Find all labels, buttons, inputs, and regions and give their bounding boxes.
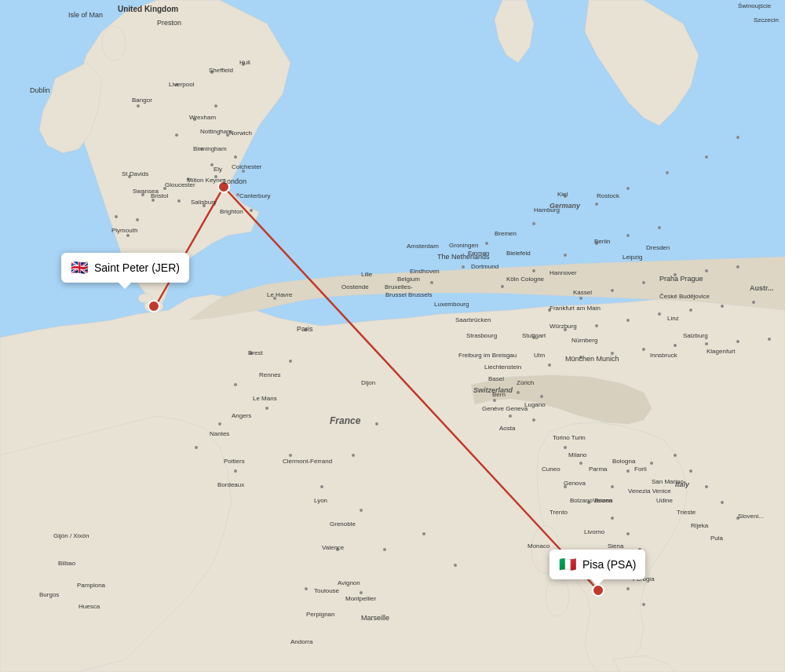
svg-point-30 — [126, 234, 130, 237]
svg-text:Wrexham: Wrexham — [189, 114, 216, 121]
svg-point-65 — [532, 269, 535, 272]
svg-text:Oostende: Oostende — [341, 283, 369, 290]
svg-text:Torino Turin: Torino Turin — [553, 434, 586, 441]
svg-text:Kiel: Kiel — [557, 191, 568, 198]
svg-text:San Marino: San Marino — [652, 478, 684, 485]
svg-text:Frankfurt am Main: Frankfurt am Main — [550, 305, 601, 312]
svg-point-69 — [658, 226, 661, 229]
svg-text:Hamburg: Hamburg — [534, 206, 560, 214]
svg-point-43 — [289, 454, 292, 457]
svg-text:Gijón / Xixón: Gijón / Xixón — [53, 532, 89, 539]
svg-text:United Kingdom: United Kingdom — [118, 5, 178, 13]
svg-point-58 — [626, 187, 630, 190]
svg-text:Kassel: Kassel — [573, 289, 592, 296]
svg-point-13 — [214, 104, 217, 108]
svg-point-240 — [148, 301, 159, 312]
svg-point-64 — [501, 285, 504, 288]
svg-text:Pula: Pula — [710, 535, 724, 542]
svg-text:Colchester: Colchester — [232, 163, 262, 170]
svg-text:Bilbao: Bilbao — [58, 560, 76, 567]
svg-text:Salzburg: Salzburg — [683, 332, 708, 339]
svg-point-105 — [611, 517, 614, 520]
svg-text:Hull: Hull — [239, 59, 250, 66]
svg-text:Nottingham: Nottingham — [200, 128, 232, 135]
svg-text:Sheffield: Sheffield — [209, 67, 233, 74]
svg-text:Siena: Siena — [608, 542, 624, 550]
svg-text:Rennes: Rennes — [259, 371, 281, 378]
svg-text:Groningen: Groningen — [449, 242, 478, 249]
svg-text:Emmen: Emmen — [468, 250, 490, 257]
svg-point-99 — [650, 462, 653, 465]
svg-point-25 — [177, 199, 181, 203]
svg-text:Köln Cologne: Köln Cologne — [506, 276, 545, 283]
svg-text:Angers: Angers — [232, 412, 251, 419]
svg-text:Trieste: Trieste — [677, 509, 696, 516]
svg-text:Preston: Preston — [157, 19, 181, 27]
svg-text:Birmingham: Birmingham — [193, 145, 227, 152]
svg-text:Klagenfurt: Klagenfurt — [706, 348, 736, 355]
svg-point-72 — [611, 289, 614, 292]
svg-text:Avignon: Avignon — [338, 579, 360, 586]
svg-text:Milano: Milano — [568, 451, 587, 458]
svg-point-47 — [360, 509, 363, 512]
svg-point-75 — [705, 269, 708, 272]
svg-text:Poitiers: Poitiers — [224, 458, 245, 465]
svg-point-63 — [430, 281, 433, 284]
svg-point-71 — [579, 297, 582, 300]
svg-point-39 — [265, 407, 268, 410]
svg-point-110 — [642, 603, 645, 606]
svg-point-50 — [422, 532, 425, 535]
svg-text:Trento: Trento — [550, 509, 568, 516]
svg-text:Paris: Paris — [297, 325, 313, 333]
svg-point-85 — [548, 363, 551, 367]
svg-text:Praha Prague: Praha Prague — [659, 275, 703, 283]
svg-point-44 — [320, 485, 323, 488]
svg-text:St Davids: St Davids — [122, 170, 148, 177]
svg-point-114 — [509, 415, 512, 418]
svg-text:Austr...: Austr... — [750, 284, 774, 292]
svg-point-52 — [360, 591, 363, 594]
svg-point-93 — [564, 446, 567, 449]
svg-point-59 — [666, 171, 669, 174]
svg-text:Cuneo: Cuneo — [542, 466, 560, 473]
svg-point-40 — [218, 422, 221, 425]
svg-text:Isle of Man: Isle of Man — [68, 11, 103, 19]
svg-text:Linz: Linz — [667, 315, 679, 322]
svg-point-83 — [721, 305, 724, 308]
svg-text:Luxembourg: Luxembourg — [434, 301, 469, 308]
popup-jer[interactable]: 🇬🇧 Saint Peter (JER) — [61, 253, 189, 283]
svg-text:Burgos: Burgos — [39, 591, 59, 598]
popup-psa[interactable]: 🇮🇹 Pisa (PSA) — [550, 550, 645, 579]
svg-point-82 — [689, 309, 692, 312]
svg-point-112 — [517, 391, 520, 394]
svg-text:Norwich: Norwich — [229, 130, 252, 137]
svg-text:Belgium: Belgium — [397, 276, 420, 283]
svg-text:Bolzano Bozen: Bolzano Bozen — [570, 497, 612, 504]
svg-point-33 — [250, 209, 253, 212]
svg-text:Liverpool: Liverpool — [169, 81, 195, 88]
svg-point-89 — [674, 344, 677, 347]
svg-text:Sloveni...: Sloveni... — [738, 513, 764, 520]
svg-point-101 — [689, 469, 692, 473]
svg-point-106 — [626, 532, 630, 535]
svg-point-239 — [593, 585, 604, 596]
svg-text:Montpellier: Montpellier — [345, 595, 376, 602]
svg-text:Venezia Venice: Venezia Venice — [628, 488, 671, 495]
svg-text:Ulm: Ulm — [534, 352, 546, 359]
svg-text:Canterbury: Canterbury — [239, 192, 271, 199]
svg-point-100 — [674, 454, 677, 457]
svg-text:Bologna: Bologna — [612, 458, 636, 465]
svg-text:Rijeka: Rijeka — [691, 522, 709, 529]
svg-text:Würzburg: Würzburg — [550, 323, 577, 330]
svg-point-42 — [234, 469, 237, 473]
svg-text:London: London — [223, 177, 246, 185]
svg-text:Pamplona: Pamplona — [77, 582, 106, 589]
svg-point-9 — [137, 104, 140, 108]
svg-text:Brighton: Brighton — [220, 208, 243, 215]
svg-text:Szczecin: Szczecin — [754, 16, 779, 24]
svg-text:Berlin: Berlin — [594, 238, 610, 245]
svg-text:Valence: Valence — [322, 544, 345, 551]
svg-point-29 — [136, 218, 139, 221]
svg-point-111 — [493, 399, 496, 402]
svg-text:Parma: Parma — [589, 466, 608, 473]
